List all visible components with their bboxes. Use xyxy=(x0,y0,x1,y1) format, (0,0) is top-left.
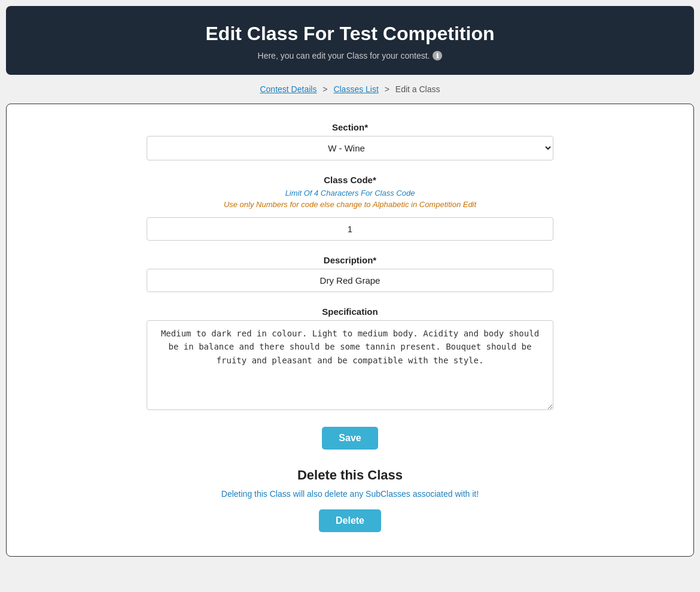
delete-button[interactable]: Delete xyxy=(319,509,381,532)
specification-label: Specification xyxy=(147,306,553,317)
class-code-label: Class Code* xyxy=(147,175,553,185)
section-field-group: Section* W - Wine B - Beer S - Spirits M… xyxy=(147,122,553,160)
class-code-hint1: Limit Of 4 Characters For Class Code xyxy=(147,189,553,198)
delete-section-title: Delete this Class xyxy=(147,467,553,483)
delete-section: Delete this Class Deleting this Class wi… xyxy=(147,467,553,532)
page-title: Edit Class For Test Competition xyxy=(18,23,682,45)
specification-textarea[interactable] xyxy=(147,320,553,410)
class-code-input[interactable] xyxy=(147,217,553,241)
description-input[interactable] xyxy=(147,269,553,292)
page-header: Edit Class For Test Competition Here, yo… xyxy=(6,6,694,75)
description-label: Description* xyxy=(147,255,553,265)
specification-field-group: Specification xyxy=(147,306,553,412)
class-code-field-group: Class Code* Limit Of 4 Characters For Cl… xyxy=(147,175,553,241)
breadcrumb: Contest Details > Classes List > Edit a … xyxy=(0,75,700,104)
description-field-group: Description* xyxy=(147,255,553,292)
breadcrumb-current: Edit a Class xyxy=(395,84,440,94)
delete-section-warning: Deleting this Class will also delete any… xyxy=(147,489,553,499)
breadcrumb-classes-list-link[interactable]: Classes List xyxy=(333,84,378,94)
form-section: Section* W - Wine B - Beer S - Spirits M… xyxy=(147,122,553,532)
breadcrumb-sep-1: > xyxy=(322,84,327,94)
section-select[interactable]: W - Wine B - Beer S - Spirits M - Mead xyxy=(147,136,553,160)
breadcrumb-sep-2: > xyxy=(385,84,389,94)
main-card: Section* W - Wine B - Beer S - Spirits M… xyxy=(6,104,694,557)
save-button[interactable]: Save xyxy=(322,427,378,450)
page-subtitle: Here, you can edit your Class for your c… xyxy=(18,51,682,60)
section-label: Section* xyxy=(147,122,553,132)
info-icon[interactable]: ℹ xyxy=(433,51,442,60)
class-code-hint2: Use only Numbers for code else change to… xyxy=(147,200,553,209)
breadcrumb-contest-details-link[interactable]: Contest Details xyxy=(260,84,316,94)
